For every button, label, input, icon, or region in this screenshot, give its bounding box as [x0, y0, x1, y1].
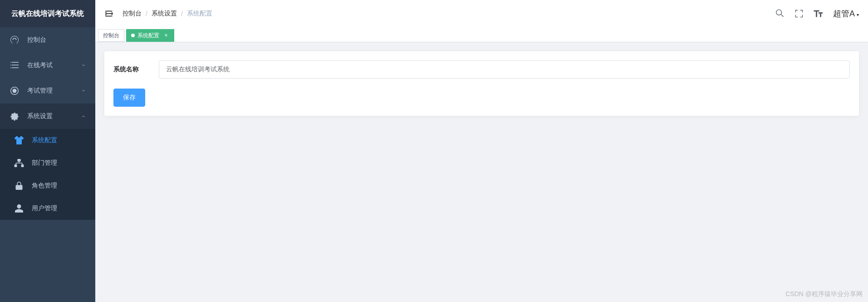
- close-icon[interactable]: ×: [163, 32, 169, 39]
- breadcrumb-item[interactable]: 系统设置: [152, 10, 177, 18]
- submenu-settings: 系统配置 部门管理 角色管理 用户管理: [0, 129, 95, 220]
- sidebar-subitem-user[interactable]: 用户管理: [0, 197, 95, 220]
- header: 控制台 / 系统设置 / 系统配置 超管A ▾: [95, 0, 868, 27]
- shirt-icon: [14, 135, 25, 146]
- tabs-bar: 控制台 系统配置 ×: [95, 27, 868, 42]
- gear-icon: [9, 111, 20, 122]
- sidebar-subitem-label: 系统配置: [32, 136, 57, 144]
- sidebar-subitem-label: 角色管理: [32, 182, 57, 190]
- content-area: 系统名称 保存: [95, 42, 868, 302]
- main-area: 控制台 / 系统设置 / 系统配置 超管A ▾ 控制台: [95, 0, 868, 302]
- tab-label: 系统配置: [137, 32, 159, 40]
- save-button[interactable]: 保存: [113, 89, 145, 107]
- fontsize-icon[interactable]: [813, 8, 824, 19]
- dashboard-icon: [9, 35, 20, 45]
- sidebar-item-exam[interactable]: 在线考试: [0, 53, 95, 78]
- sidebar-item-exam-mgmt[interactable]: 考试管理: [0, 78, 95, 104]
- form-row-sysname: 系统名称: [113, 60, 850, 79]
- search-icon[interactable]: [775, 9, 785, 19]
- sidebar-item-settings[interactable]: 系统设置: [0, 104, 95, 129]
- tab-active-dot: [131, 34, 135, 37]
- sidebar-item-label: 在线考试: [27, 61, 81, 69]
- nav-menu: 控制台 在线考试 考试管理 系统设置 系统配置: [0, 27, 95, 302]
- chevron-down-icon: [81, 63, 86, 68]
- sidebar-item-label: 控制台: [27, 36, 86, 44]
- sidebar-subitem-sysconfig[interactable]: 系统配置: [0, 129, 95, 152]
- hamburger-icon[interactable]: [104, 9, 113, 18]
- chevron-down-icon: [81, 88, 86, 94]
- breadcrumb-sep: /: [146, 10, 147, 17]
- breadcrumb-item-current: 系统配置: [187, 10, 212, 18]
- form-actions: 保存: [113, 89, 850, 107]
- form-card: 系统名称 保存: [104, 51, 859, 116]
- breadcrumb-item[interactable]: 控制台: [123, 10, 142, 18]
- sidebar-subitem-label: 部门管理: [32, 159, 57, 167]
- sidebar-subitem-role[interactable]: 角色管理: [0, 174, 95, 197]
- tab-label: 控制台: [103, 32, 119, 40]
- fullscreen-icon[interactable]: [794, 9, 804, 19]
- breadcrumb: 控制台 / 系统设置 / 系统配置: [123, 10, 775, 18]
- target-icon: [9, 85, 20, 96]
- sidebar-subitem-dept[interactable]: 部门管理: [0, 152, 95, 174]
- user-dropdown[interactable]: 超管A ▾: [833, 8, 859, 19]
- sidebar-item-dashboard[interactable]: 控制台: [0, 27, 95, 53]
- sitemap-icon: [14, 158, 25, 168]
- chevron-up-icon: [81, 114, 86, 119]
- sidebar: 云帆在线培训考试系统 控制台 在线考试 考试管理 系统设置: [0, 0, 95, 302]
- list-icon: [9, 60, 20, 71]
- tab-dashboard[interactable]: 控制台: [98, 29, 124, 42]
- lock-icon: [14, 180, 25, 191]
- app-logo: 云帆在线培训考试系统: [0, 0, 95, 27]
- system-name-label: 系统名称: [113, 65, 159, 74]
- system-name-input[interactable]: [159, 60, 850, 79]
- sidebar-item-label: 系统设置: [27, 112, 81, 120]
- user-name-label: 超管A: [833, 8, 855, 19]
- sidebar-item-label: 考试管理: [27, 87, 81, 95]
- tab-sysconfig[interactable]: 系统配置 ×: [126, 29, 174, 42]
- header-right: 超管A ▾: [775, 8, 859, 19]
- breadcrumb-sep: /: [181, 10, 183, 17]
- sidebar-subitem-label: 用户管理: [32, 204, 57, 213]
- user-icon: [14, 203, 25, 214]
- caret-down-icon: ▾: [857, 12, 859, 17]
